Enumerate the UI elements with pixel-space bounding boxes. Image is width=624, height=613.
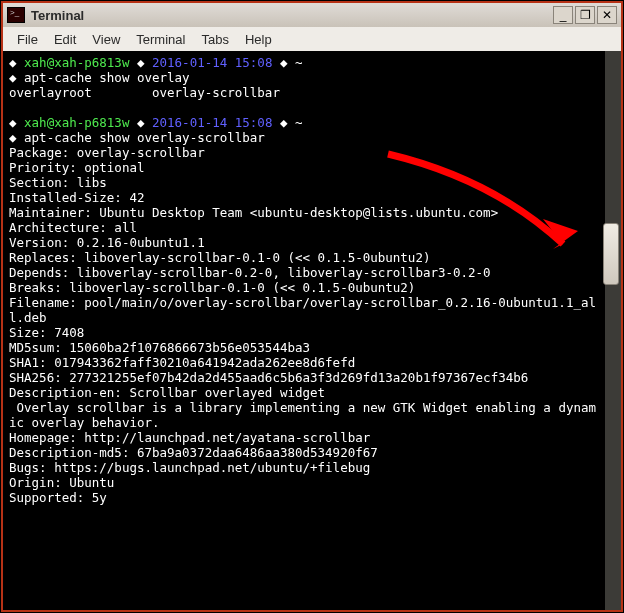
terminal-output[interactable]: ◆ xah@xah-p6813w ◆ 2016-01-14 15:08 ◆ ~ … — [3, 51, 605, 610]
pkg-line: Description-md5: 67ba9a0372daa6486aa380d… — [9, 445, 378, 460]
window-title: Terminal — [31, 8, 547, 23]
prompt-timestamp: 2016-01-14 15:08 — [152, 115, 272, 130]
pkg-line: Maintainer: Ubuntu Desktop Team <ubuntu-… — [9, 205, 498, 220]
pkg-line: Installed-Size: 42 — [9, 190, 144, 205]
menu-tabs[interactable]: Tabs — [193, 30, 236, 49]
pkg-line: Size: 7408 — [9, 325, 84, 340]
window-controls: _ ❐ ✕ — [553, 6, 617, 24]
prompt-1: ◆ xah@xah-p6813w ◆ 2016-01-14 15:08 ◆ ~ — [9, 55, 303, 70]
terminal-area: ◆ xah@xah-p6813w ◆ 2016-01-14 15:08 ◆ ~ … — [1, 51, 623, 612]
pkg-line: Origin: Ubuntu — [9, 475, 114, 490]
titlebar[interactable]: Terminal _ ❐ ✕ — [1, 1, 623, 27]
prompt-user: xah@xah-p6813w — [24, 115, 129, 130]
prompt-2: ◆ xah@xah-p6813w ◆ 2016-01-14 15:08 ◆ ~ — [9, 115, 303, 130]
menubar: File Edit View Terminal Tabs Help — [1, 27, 623, 51]
scrollbar-track[interactable] — [605, 51, 621, 610]
maximize-button[interactable]: ❐ — [575, 6, 595, 24]
pkg-line: Version: 0.2.16-0ubuntu1.1 — [9, 235, 205, 250]
pkg-line: SHA256: 277321255ef07b42da2d455aad6c5b6a… — [9, 370, 528, 385]
cmd-2: ◆ apt-cache show overlay-scrollbar — [9, 130, 265, 145]
scrollbar-thumb[interactable] — [603, 223, 619, 285]
prompt-timestamp: 2016-01-14 15:08 — [152, 55, 272, 70]
menu-edit[interactable]: Edit — [46, 30, 84, 49]
menu-file[interactable]: File — [9, 30, 46, 49]
cmd-1: ◆ apt-cache show overlay — [9, 70, 190, 85]
pkg-line: Priority: optional — [9, 160, 144, 175]
menu-terminal[interactable]: Terminal — [128, 30, 193, 49]
pkg-line: Architecture: all — [9, 220, 137, 235]
pkg-line: MD5sum: 15060ba2f1076866673b56e053544ba3 — [9, 340, 310, 355]
pkg-line: Overlay scrollbar is a library implement… — [9, 400, 596, 430]
pkg-line: Bugs: https://bugs.launchpad.net/ubuntu/… — [9, 460, 370, 475]
terminal-window: Terminal _ ❐ ✕ File Edit View Terminal T… — [0, 0, 624, 613]
menu-help[interactable]: Help — [237, 30, 280, 49]
out-1: overlayroot overlay-scrollbar — [9, 85, 280, 100]
minimize-button[interactable]: _ — [553, 6, 573, 24]
pkg-line: Depends: liboverlay-scrollbar-0.2-0, lib… — [9, 265, 491, 280]
pkg-line: Supported: 5y — [9, 490, 107, 505]
pkg-line: Section: libs — [9, 175, 107, 190]
terminal-app-icon — [7, 7, 25, 23]
menu-view[interactable]: View — [84, 30, 128, 49]
prompt-user: xah@xah-p6813w — [24, 55, 129, 70]
pkg-line: SHA1: 017943362faff30210a641942ada262ee8… — [9, 355, 355, 370]
pkg-line: Filename: pool/main/o/overlay-scrollbar/… — [9, 295, 596, 325]
pkg-line: Description-en: Scrollbar overlayed widg… — [9, 385, 325, 400]
pkg-line: Homepage: http://launchpad.net/ayatana-s… — [9, 430, 370, 445]
pkg-line: Replaces: liboverlay-scrollbar-0.1-0 (<<… — [9, 250, 430, 265]
pkg-line: Breaks: liboverlay-scrollbar-0.1-0 (<< 0… — [9, 280, 415, 295]
close-button[interactable]: ✕ — [597, 6, 617, 24]
pkg-line: Package: overlay-scrollbar — [9, 145, 205, 160]
